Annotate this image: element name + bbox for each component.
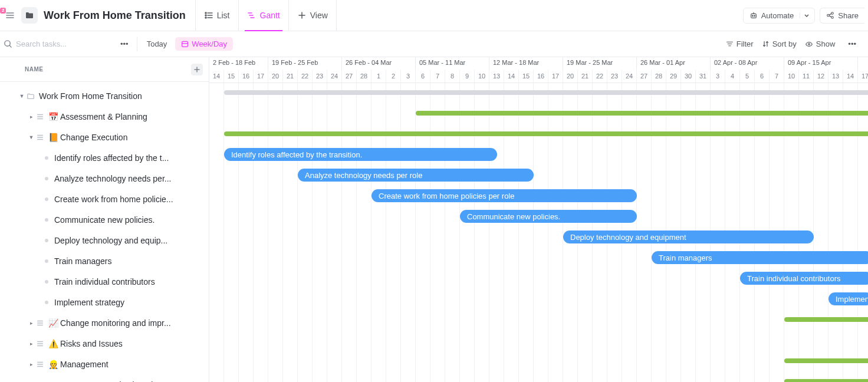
tab-list[interactable]: List bbox=[195, 0, 238, 31]
tree-assessment[interactable]: ▸📅Assessment & Planning bbox=[0, 106, 209, 127]
svg-point-2 bbox=[205, 17, 206, 18]
bar-summary-monitoring[interactable] bbox=[784, 317, 868, 322]
share-button[interactable]: Share bbox=[820, 8, 864, 24]
tree-label: Change Execution bbox=[60, 133, 127, 142]
filter-button[interactable]: Filter bbox=[726, 39, 754, 48]
tree-label: Create work from home policie... bbox=[54, 195, 173, 204]
tree-task-t8[interactable]: Implement strategy bbox=[0, 292, 209, 312]
day-header: 10 bbox=[784, 70, 799, 83]
tab-add-view[interactable]: View bbox=[288, 0, 337, 31]
tab-list-label: List bbox=[217, 11, 230, 20]
day-header: 14 bbox=[504, 70, 519, 83]
toolbar: ••• Today Week/Day Filter Sort by Show •… bbox=[0, 31, 868, 57]
bar-summary-assessment[interactable] bbox=[416, 111, 868, 116]
day-header: 13 bbox=[828, 70, 843, 83]
list-small-icon bbox=[35, 319, 45, 327]
day-header: 6 bbox=[416, 70, 430, 83]
tree-task-t6[interactable]: Train managers bbox=[0, 251, 209, 271]
bar-summary-change-exec[interactable] bbox=[224, 131, 868, 136]
show-button[interactable]: Show bbox=[805, 39, 836, 48]
day-header: 22 bbox=[298, 70, 313, 83]
bar-t5[interactable]: Deploy technology and equipment bbox=[563, 230, 814, 243]
bar-t6[interactable]: Train managers bbox=[652, 251, 868, 264]
eye-icon bbox=[805, 40, 813, 48]
day-header: 27 bbox=[637, 70, 652, 83]
bar-t7[interactable]: Train individual contributors bbox=[740, 272, 868, 285]
folder-icon[interactable] bbox=[21, 7, 38, 24]
tree-label: Work From Home Transition bbox=[39, 91, 142, 101]
today-button[interactable]: Today bbox=[141, 37, 173, 51]
tree-task-t7[interactable]: Train individual contributors bbox=[0, 271, 209, 292]
show-label: Show bbox=[816, 39, 836, 48]
tree-risks[interactable]: ▸⚠️Risks and Issues bbox=[0, 333, 209, 354]
more-icon[interactable]: ••• bbox=[116, 39, 133, 48]
day-header: 24 bbox=[327, 70, 342, 83]
list-small-icon bbox=[35, 360, 45, 368]
bar-t8[interactable]: Implemen bbox=[828, 292, 868, 305]
tree-label: Change monitoring and impr... bbox=[60, 318, 171, 328]
week-header: 05 Mar - 11 Mar bbox=[416, 57, 489, 70]
tab-view-label: View bbox=[310, 11, 328, 20]
chevron-icon[interactable]: ▸ bbox=[27, 320, 35, 326]
period-button[interactable]: Week/Day bbox=[175, 37, 233, 51]
toolbar-more-icon[interactable]: ••• bbox=[843, 39, 861, 48]
chevron-icon[interactable]: ▸ bbox=[27, 361, 35, 367]
gantt-chart[interactable]: 2 Feb - 18 Feb19 Feb - 25 Feb26 Feb - 04… bbox=[209, 57, 868, 382]
tab-gantt[interactable]: Gantt bbox=[238, 0, 288, 31]
hamburger-menu[interactable]: 2 bbox=[4, 10, 15, 21]
tree-task-t1[interactable]: Identify roles affected by the t... bbox=[0, 147, 209, 168]
day-header: 7 bbox=[430, 70, 445, 83]
day-header: 8 bbox=[445, 70, 460, 83]
week-header: 19 Feb - 25 Feb bbox=[268, 57, 342, 70]
chevron-down-icon[interactable] bbox=[800, 12, 813, 18]
bar-t2[interactable]: Analyze technology needs per role bbox=[298, 169, 534, 182]
tab-gantt-label: Gantt bbox=[260, 11, 280, 20]
day-header: 20 bbox=[563, 70, 578, 83]
day-header: 12 bbox=[814, 70, 828, 83]
bar-summary-management[interactable] bbox=[784, 358, 868, 363]
folder-small-icon bbox=[26, 92, 35, 100]
bullet-icon bbox=[45, 280, 48, 284]
add-column-button[interactable] bbox=[191, 64, 203, 75]
bar-t4[interactable]: Communicate new policies. bbox=[460, 210, 637, 223]
tree-label: Identify roles affected by the t... bbox=[54, 153, 169, 163]
day-header: 6 bbox=[755, 70, 770, 83]
tree-change-exec[interactable]: ▼📙Change Execution bbox=[0, 127, 209, 147]
calendar-icon bbox=[181, 40, 189, 48]
list-small-icon bbox=[35, 133, 45, 141]
sort-button[interactable]: Sort by bbox=[762, 39, 797, 48]
chevron-icon[interactable]: ▼ bbox=[18, 93, 26, 99]
day-header: 21 bbox=[283, 70, 298, 83]
tree-task-t2[interactable]: Analyze technology needs per... bbox=[0, 168, 209, 189]
search-input[interactable] bbox=[16, 39, 87, 48]
robot-icon bbox=[749, 11, 758, 19]
bar-summary-root[interactable] bbox=[224, 90, 868, 95]
topbar: 2 Work From Home Transition List Gantt V… bbox=[0, 0, 868, 31]
bar-summary-comm[interactable] bbox=[784, 379, 868, 382]
day-header: 15 bbox=[519, 70, 534, 83]
tree-task-t5[interactable]: Deploy technology and equip... bbox=[0, 230, 209, 251]
chevron-icon[interactable]: ▸ bbox=[27, 114, 35, 120]
tree-root[interactable]: ▼Work From Home Transition bbox=[0, 85, 209, 106]
tree-monitoring[interactable]: ▸📈Change monitoring and impr... bbox=[0, 312, 209, 333]
list-small-icon bbox=[35, 113, 45, 121]
tree-comm-plan[interactable]: ▸Company Communication Plan bbox=[0, 374, 209, 382]
chevron-icon[interactable]: ▸ bbox=[27, 341, 35, 347]
notification-badge: 2 bbox=[0, 8, 6, 14]
bar-t1[interactable]: Identify roles affected by the transitio… bbox=[224, 148, 497, 161]
search-icon bbox=[4, 39, 12, 48]
tree-management[interactable]: ▸👷Management bbox=[0, 354, 209, 374]
svg-point-6 bbox=[827, 14, 830, 17]
chevron-icon[interactable]: ▼ bbox=[27, 134, 35, 140]
filter-icon bbox=[726, 40, 734, 48]
tree-task-t3[interactable]: Create work from home policie... bbox=[0, 189, 209, 209]
share-icon bbox=[826, 11, 834, 19]
page-title: Work From Home Transition bbox=[44, 9, 192, 22]
bar-t3[interactable]: Create work from home policies per role bbox=[371, 189, 637, 202]
day-header: 3 bbox=[711, 70, 725, 83]
tree-task-t4[interactable]: Communicate new policies. bbox=[0, 209, 209, 230]
automate-button[interactable]: Automate bbox=[743, 8, 816, 24]
tree-label: Management bbox=[60, 360, 108, 369]
day-header: 20 bbox=[268, 70, 283, 83]
bullet-icon bbox=[45, 156, 48, 160]
